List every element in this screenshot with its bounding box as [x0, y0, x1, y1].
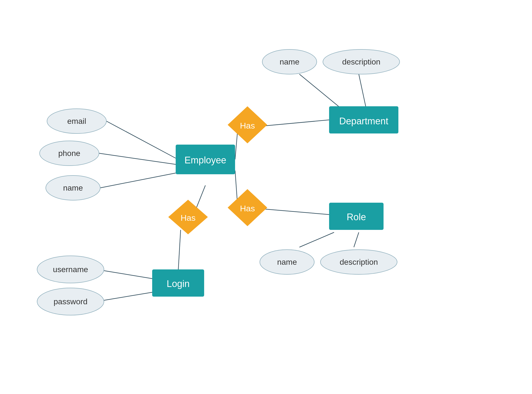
relationship-has-role-label: Has — [240, 204, 255, 213]
attr-username-label: username — [53, 265, 88, 274]
connector-deptname-department — [299, 74, 341, 109]
connector-hasrole-role — [262, 209, 329, 215]
connector-phone-employee — [99, 153, 176, 164]
connector-roledesc-role — [354, 232, 359, 247]
attr-role-name-label: name — [277, 258, 297, 266]
connector-haslogin-login — [178, 230, 181, 272]
entity-login-label: Login — [167, 279, 190, 289]
relationship-has-login-label: Has — [181, 213, 195, 222]
attr-email-label: email — [67, 117, 86, 126]
connector-employee-hasdept — [235, 131, 238, 159]
connector-deptdesc-department — [359, 74, 366, 109]
attr-dept-description-label: description — [342, 57, 381, 66]
attr-name-employee-label: name — [63, 183, 83, 192]
connector-username-login — [104, 271, 153, 279]
entity-role-label: Role — [347, 212, 366, 222]
er-diagram: email phone name name description name d… — [0, 0, 532, 394]
connector-email-employee — [106, 121, 176, 158]
connector-hasdept-department — [262, 120, 329, 126]
attr-password-label: password — [54, 297, 88, 306]
attr-role-description-label: description — [340, 258, 378, 266]
attr-phone-label: phone — [58, 149, 80, 158]
attr-dept-name-label: name — [280, 57, 299, 66]
relationship-has-dept-label: Has — [240, 121, 255, 130]
entity-department-label: Department — [339, 116, 388, 126]
connector-password-login — [104, 292, 156, 300]
entity-employee-label: Employee — [185, 155, 226, 165]
connector-name-employee — [100, 173, 176, 188]
connector-rolename-role — [299, 232, 334, 247]
